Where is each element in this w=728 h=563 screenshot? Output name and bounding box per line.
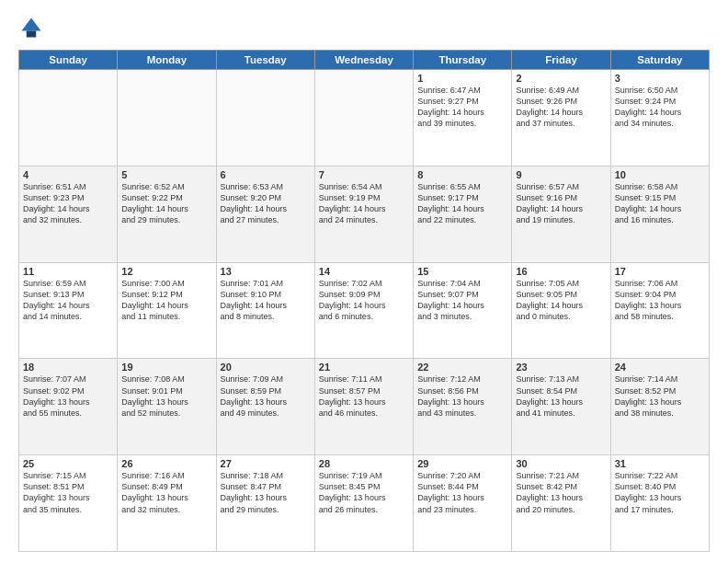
day-number: 16 [516,266,606,277]
day-detail: Sunrise: 7:15 AM Sunset: 8:51 PM Dayligh… [23,470,113,515]
calendar-header-friday: Friday [512,51,610,70]
calendar-cell-3-4: 14Sunrise: 7:02 AM Sunset: 9:09 PM Dayli… [314,262,413,359]
svg-marker-0 [22,18,41,31]
day-detail: Sunrise: 7:22 AM Sunset: 8:40 PM Dayligh… [615,470,705,515]
calendar-cell-2-6: 9Sunrise: 6:57 AM Sunset: 9:16 PM Daylig… [512,166,610,262]
day-detail: Sunrise: 7:16 AM Sunset: 8:49 PM Dayligh… [121,470,211,515]
day-number: 4 [23,169,113,180]
day-detail: Sunrise: 7:06 AM Sunset: 9:04 PM Dayligh… [615,278,705,323]
calendar-cell-5-3: 27Sunrise: 7:18 AM Sunset: 8:47 PM Dayli… [216,455,314,552]
day-number: 23 [516,362,606,373]
calendar-header-tuesday: Tuesday [216,51,314,70]
calendar-cell-5-7: 31Sunrise: 7:22 AM Sunset: 8:40 PM Dayli… [610,455,709,552]
day-number: 30 [516,458,606,469]
day-number: 29 [417,458,507,469]
calendar-cell-5-4: 28Sunrise: 7:19 AM Sunset: 8:45 PM Dayli… [314,455,413,552]
calendar-cell-3-3: 13Sunrise: 7:01 AM Sunset: 9:10 PM Dayli… [216,262,314,359]
calendar-cell-3-6: 16Sunrise: 7:05 AM Sunset: 9:05 PM Dayli… [512,262,610,359]
day-number: 15 [417,266,507,277]
day-detail: Sunrise: 7:14 AM Sunset: 8:52 PM Dayligh… [615,373,705,419]
calendar-cell-3-5: 15Sunrise: 7:04 AM Sunset: 9:07 PM Dayli… [414,262,512,359]
day-number: 17 [615,266,705,277]
calendar-week-3: 11Sunrise: 6:59 AM Sunset: 9:13 PM Dayli… [19,262,710,359]
day-number: 25 [23,458,113,469]
day-number: 13 [221,266,311,277]
day-detail: Sunrise: 6:59 AM Sunset: 9:13 PM Dayligh… [23,278,113,323]
day-number: 21 [319,362,409,373]
calendar-cell-1-6: 2Sunrise: 6:49 AM Sunset: 9:26 PM Daylig… [512,70,610,167]
calendar-cell-2-5: 8Sunrise: 6:55 AM Sunset: 9:17 PM Daylig… [414,166,512,262]
day-detail: Sunrise: 6:50 AM Sunset: 9:24 PM Dayligh… [615,85,705,130]
day-number: 8 [417,169,507,180]
calendar-cell-5-6: 30Sunrise: 7:21 AM Sunset: 8:42 PM Dayli… [512,455,610,552]
calendar-cell-4-3: 20Sunrise: 7:09 AM Sunset: 8:59 PM Dayli… [216,359,314,455]
day-number: 27 [221,458,311,469]
calendar-cell-3-2: 12Sunrise: 7:00 AM Sunset: 9:12 PM Dayli… [118,262,216,359]
calendar-header-thursday: Thursday [414,51,512,70]
day-detail: Sunrise: 7:13 AM Sunset: 8:54 PM Dayligh… [516,373,606,419]
day-number: 19 [121,362,211,373]
day-detail: Sunrise: 7:12 AM Sunset: 8:56 PM Dayligh… [417,373,507,419]
logo-icon [18,15,44,40]
day-number: 12 [121,266,211,277]
calendar-week-5: 25Sunrise: 7:15 AM Sunset: 8:51 PM Dayli… [19,455,710,552]
header [18,15,710,40]
day-detail: Sunrise: 7:07 AM Sunset: 9:02 PM Dayligh… [23,373,113,419]
calendar-table: SundayMondayTuesdayWednesdayThursdayFrid… [18,50,710,552]
page: SundayMondayTuesdayWednesdayThursdayFrid… [0,0,728,563]
calendar-week-1: 1Sunrise: 6:47 AM Sunset: 9:27 PM Daylig… [19,70,710,167]
day-number: 7 [319,169,409,180]
day-detail: Sunrise: 6:55 AM Sunset: 9:17 PM Dayligh… [417,181,507,226]
calendar-cell-4-6: 23Sunrise: 7:13 AM Sunset: 8:54 PM Dayli… [512,359,610,455]
calendar-header-monday: Monday [118,51,216,70]
day-detail: Sunrise: 7:18 AM Sunset: 8:47 PM Dayligh… [221,470,311,515]
calendar-cell-3-7: 17Sunrise: 7:06 AM Sunset: 9:04 PM Dayli… [610,262,709,359]
day-number: 6 [221,169,311,180]
calendar-cell-2-1: 4Sunrise: 6:51 AM Sunset: 9:23 PM Daylig… [19,166,118,262]
day-number: 3 [615,73,705,84]
day-detail: Sunrise: 7:01 AM Sunset: 9:10 PM Dayligh… [221,278,311,323]
calendar-header-saturday: Saturday [610,51,709,70]
day-number: 31 [615,458,705,469]
logo [18,15,48,40]
calendar-cell-1-7: 3Sunrise: 6:50 AM Sunset: 9:24 PM Daylig… [610,70,709,167]
day-detail: Sunrise: 7:21 AM Sunset: 8:42 PM Dayligh… [516,470,606,515]
day-number: 22 [417,362,507,373]
day-number: 2 [516,73,606,84]
calendar-header-row: SundayMondayTuesdayWednesdayThursdayFrid… [19,51,710,70]
day-number: 10 [615,169,705,180]
calendar-week-4: 18Sunrise: 7:07 AM Sunset: 9:02 PM Dayli… [19,359,710,455]
day-detail: Sunrise: 7:02 AM Sunset: 9:09 PM Dayligh… [319,278,409,323]
calendar-cell-1-3 [216,70,314,167]
day-number: 18 [23,362,113,373]
day-detail: Sunrise: 6:52 AM Sunset: 9:22 PM Dayligh… [121,181,211,226]
day-detail: Sunrise: 7:11 AM Sunset: 8:57 PM Dayligh… [319,373,409,419]
day-number: 11 [23,266,113,277]
day-number: 26 [121,458,211,469]
day-detail: Sunrise: 6:53 AM Sunset: 9:20 PM Dayligh… [221,181,311,226]
day-number: 5 [121,169,211,180]
calendar-cell-3-1: 11Sunrise: 6:59 AM Sunset: 9:13 PM Dayli… [19,262,118,359]
calendar-cell-4-5: 22Sunrise: 7:12 AM Sunset: 8:56 PM Dayli… [414,359,512,455]
calendar-header-sunday: Sunday [19,51,118,70]
day-detail: Sunrise: 7:04 AM Sunset: 9:07 PM Dayligh… [417,278,507,323]
day-detail: Sunrise: 7:09 AM Sunset: 8:59 PM Dayligh… [221,373,311,419]
calendar-week-2: 4Sunrise: 6:51 AM Sunset: 9:23 PM Daylig… [19,166,710,262]
calendar-cell-5-5: 29Sunrise: 7:20 AM Sunset: 8:44 PM Dayli… [414,455,512,552]
day-number: 20 [221,362,311,373]
calendar-cell-5-2: 26Sunrise: 7:16 AM Sunset: 8:49 PM Dayli… [118,455,216,552]
day-number: 14 [319,266,409,277]
day-detail: Sunrise: 6:51 AM Sunset: 9:23 PM Dayligh… [23,181,113,226]
day-detail: Sunrise: 6:47 AM Sunset: 9:27 PM Dayligh… [417,85,507,130]
calendar-cell-1-4 [314,70,413,167]
day-number: 28 [319,458,409,469]
day-detail: Sunrise: 7:20 AM Sunset: 8:44 PM Dayligh… [417,470,507,515]
calendar-cell-1-1 [19,70,118,167]
day-detail: Sunrise: 6:58 AM Sunset: 9:15 PM Dayligh… [615,181,705,226]
calendar-cell-5-1: 25Sunrise: 7:15 AM Sunset: 8:51 PM Dayli… [19,455,118,552]
svg-rect-1 [27,31,37,38]
calendar-cell-2-7: 10Sunrise: 6:58 AM Sunset: 9:15 PM Dayli… [610,166,709,262]
day-detail: Sunrise: 7:05 AM Sunset: 9:05 PM Dayligh… [516,278,606,323]
calendar-cell-4-1: 18Sunrise: 7:07 AM Sunset: 9:02 PM Dayli… [19,359,118,455]
day-detail: Sunrise: 6:49 AM Sunset: 9:26 PM Dayligh… [516,85,606,130]
